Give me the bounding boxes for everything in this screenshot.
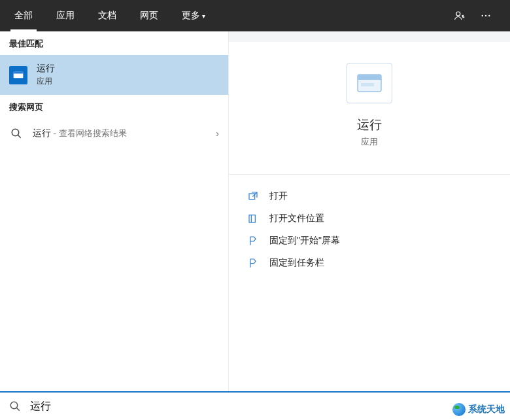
svg-rect-12 (249, 215, 255, 222)
action-pin-taskbar[interactable]: 固定到任务栏 (247, 252, 492, 274)
web-search-result[interactable]: 运行 - 查看网络搜索结果 › (0, 118, 228, 149)
open-icon (247, 190, 259, 202)
action-open-label: 打开 (269, 190, 288, 202)
svg-rect-5 (14, 72, 24, 74)
best-match-header: 最佳匹配 (0, 31, 228, 55)
tab-more[interactable]: 更多 ▾ (170, 0, 217, 31)
action-pin-start[interactable]: 固定到"开始"屏幕 (247, 230, 492, 252)
header-tabs-bar: 全部 应用 文档 网页 更多 ▾ (0, 0, 510, 31)
main-content: 最佳匹配 运行 应用 搜索网页 运行 - 查看网络搜索结果 › (0, 31, 510, 391)
folder-icon (247, 213, 259, 224)
run-app-large-icon (347, 63, 392, 103)
web-result-query: 运行 (33, 128, 51, 138)
svg-point-0 (456, 12, 460, 16)
preview-title: 运行 (357, 116, 382, 133)
tab-more-label: 更多 (182, 10, 200, 22)
svg-line-16 (16, 408, 20, 411)
svg-rect-9 (358, 75, 381, 80)
tab-web[interactable]: 网页 (128, 0, 170, 31)
svg-point-1 (482, 15, 483, 16)
preview-actions: 打开 打开文件位置 固定到"开始"屏幕 (229, 181, 510, 278)
search-input[interactable] (30, 400, 501, 412)
action-pin-taskbar-label: 固定到任务栏 (269, 257, 324, 269)
preview-subtitle: 应用 (361, 136, 378, 148)
pin-taskbar-icon (247, 257, 259, 269)
result-text: 运行 应用 (37, 63, 55, 87)
web-search-header: 搜索网页 (0, 95, 228, 118)
run-app-icon (9, 66, 27, 84)
search-icon (9, 126, 24, 141)
action-pin-start-label: 固定到"开始"屏幕 (269, 235, 340, 247)
search-bar (0, 391, 510, 420)
action-open-location-label: 打开文件位置 (269, 213, 324, 224)
tab-documents[interactable]: 文档 (86, 0, 128, 31)
chevron-down-icon: ▾ (202, 12, 205, 20)
header-actions (450, 0, 507, 31)
svg-rect-11 (249, 194, 255, 200)
divider (229, 174, 510, 175)
svg-point-15 (10, 402, 18, 409)
feedback-icon[interactable] (450, 6, 469, 26)
svg-point-3 (488, 15, 490, 16)
tab-all[interactable]: 全部 (3, 0, 44, 31)
results-panel: 最佳匹配 运行 应用 搜索网页 运行 - 查看网络搜索结果 › (0, 31, 229, 391)
result-run-app[interactable]: 运行 应用 (0, 55, 228, 95)
result-title: 运行 (37, 63, 55, 75)
svg-rect-10 (361, 83, 374, 86)
search-tabs: 全部 应用 文档 网页 更多 ▾ (3, 0, 217, 31)
tab-apps[interactable]: 应用 (44, 0, 86, 31)
preview-panel: 运行 应用 打开 打开文件位置 (229, 42, 510, 391)
chevron-right-icon: › (216, 128, 219, 139)
search-icon (9, 400, 21, 412)
pin-start-icon (247, 235, 259, 247)
result-subtitle: 应用 (37, 76, 55, 87)
svg-point-6 (12, 129, 19, 136)
action-open[interactable]: 打开 (247, 185, 492, 207)
web-result-label: 运行 - 查看网络搜索结果 (33, 128, 207, 139)
action-open-location[interactable]: 打开文件位置 (247, 207, 492, 230)
more-icon[interactable] (476, 6, 496, 26)
svg-line-7 (18, 135, 21, 138)
web-result-hint: - 查看网络搜索结果 (51, 128, 127, 138)
svg-point-2 (485, 15, 486, 16)
preview-header: 运行 应用 (229, 55, 510, 160)
preview-panel-outer: 运行 应用 打开 打开文件位置 (229, 31, 510, 391)
